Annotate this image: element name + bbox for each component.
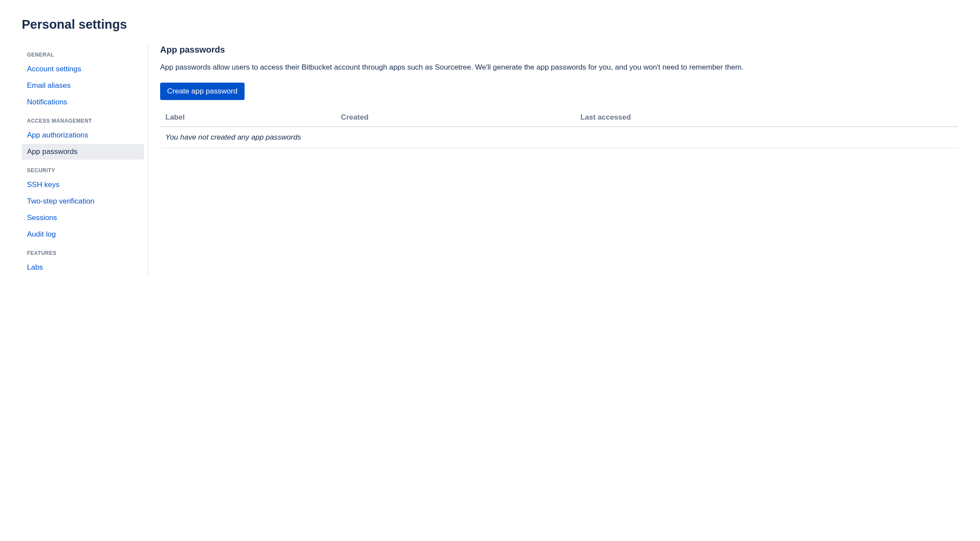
table-header-label: Label (160, 109, 336, 127)
sidebar-section-features: FEATURES (22, 243, 148, 259)
table-header-last-accessed: Last accessed (575, 109, 958, 127)
sidebar-item-email-aliases[interactable]: Email aliases (22, 78, 144, 94)
sidebar-item-labs[interactable]: Labs (22, 260, 144, 275)
sidebar-item-two-step-verification[interactable]: Two-step verification (22, 194, 144, 209)
sidebar-section-access-management: ACCESS MANAGEMENT (22, 111, 148, 127)
main-description: App passwords allow users to access thei… (160, 62, 958, 73)
table-header-created: Created (336, 109, 575, 127)
sidebar-item-app-authorizations[interactable]: App authorizations (22, 127, 144, 143)
sidebar-item-audit-log[interactable]: Audit log (22, 227, 144, 242)
main-title: App passwords (160, 45, 958, 55)
sidebar-section-general: GENERAL (22, 45, 148, 60)
table-row: You have not created any app passwords (160, 127, 958, 148)
page-title: Personal settings (22, 17, 958, 32)
sidebar-section-security: SECURITY (22, 160, 148, 176)
create-app-password-button[interactable]: Create app password (160, 83, 245, 100)
sidebar: GENERAL Account settings Email aliases N… (22, 45, 148, 276)
table-empty-state: You have not created any app passwords (160, 127, 958, 148)
sidebar-item-account-settings[interactable]: Account settings (22, 61, 144, 77)
main-content: App passwords App passwords allow users … (148, 45, 958, 276)
sidebar-item-sessions[interactable]: Sessions (22, 210, 144, 226)
sidebar-item-ssh-keys[interactable]: SSH keys (22, 177, 144, 193)
sidebar-item-notifications[interactable]: Notifications (22, 94, 144, 110)
sidebar-item-app-passwords[interactable]: App passwords (22, 144, 144, 160)
app-passwords-table: Label Created Last accessed You have not… (160, 109, 958, 148)
table-header-row: Label Created Last accessed (160, 109, 958, 127)
